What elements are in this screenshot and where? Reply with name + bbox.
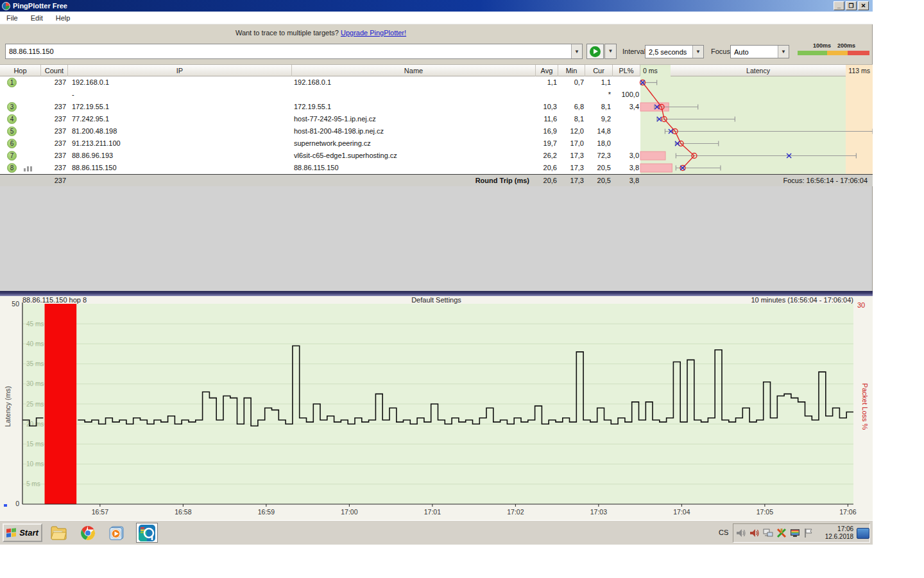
file-explorer-icon[interactable] — [50, 525, 67, 541]
menu-help[interactable]: Help — [49, 13, 77, 23]
svg-text:10 ms: 10 ms — [26, 460, 44, 468]
svg-text:15 ms: 15 ms — [26, 441, 44, 448]
windows-logo-icon — [6, 528, 17, 538]
svg-text:Packet Loss %: Packet Loss % — [861, 383, 869, 430]
display-settings-icon[interactable] — [789, 527, 801, 539]
svg-text:50: 50 — [12, 300, 19, 308]
upgrade-prompt: Want to trace to multiple targets? Upgra… — [0, 29, 642, 37]
trace-options-dropdown[interactable]: ▼ — [604, 44, 617, 59]
column-header-avg[interactable]: Avg — [536, 65, 558, 76]
menu-bar: FileEditHelp — [0, 12, 873, 24]
volume-mixer-icon[interactable] — [749, 527, 760, 539]
svg-text:16:59: 16:59 — [258, 508, 275, 516]
svg-text:17:06: 17:06 — [839, 508, 856, 516]
summary-pl: 3,8 — [615, 175, 639, 187]
show-desktop-icon[interactable] — [857, 528, 869, 539]
summary-label: Round Trip (ms) — [385, 175, 529, 187]
svg-text:16:57: 16:57 — [92, 508, 108, 516]
latency-color-legend: 100ms200ms — [798, 42, 869, 60]
svg-text:17:05: 17:05 — [757, 508, 773, 516]
column-header-name[interactable]: Name — [292, 65, 536, 76]
svg-text:30 ms: 30 ms — [26, 380, 44, 387]
legend-segment — [798, 51, 827, 55]
round-trip-summary-row: 237 Round Trip (ms) 20,6 17,3 20,5 3,8 F… — [0, 174, 873, 186]
play-icon — [590, 46, 601, 57]
column-header-hop[interactable]: Hop — [0, 65, 41, 76]
svg-text:45 ms: 45 ms — [26, 320, 44, 328]
summary-min: 17,3 — [560, 175, 584, 187]
window-title: PingPlotter Free — [13, 2, 67, 10]
column-header-latency: Latency — [671, 65, 846, 76]
toolbar: Want to trace to multiple targets? Upgra… — [0, 24, 873, 64]
focus-range: Focus: 16:56:14 - 17:06:04 — [732, 175, 868, 187]
menu-file[interactable]: File — [0, 13, 24, 23]
flag-icon[interactable] — [803, 527, 814, 539]
close-button[interactable]: ✕ — [858, 1, 869, 10]
chrome-icon[interactable] — [80, 525, 96, 541]
target-address-combo[interactable]: 88.86.115.150 ▼ — [5, 44, 583, 59]
focus-combo[interactable]: Auto ▼ — [730, 45, 789, 58]
minimize-button[interactable]: _ — [834, 1, 844, 10]
svg-text:17:00: 17:00 — [341, 508, 357, 516]
media-player-icon[interactable] — [108, 525, 124, 541]
svg-text:17:02: 17:02 — [507, 508, 524, 516]
restore-button[interactable]: ❐ — [846, 1, 857, 10]
latency-scale-max: 113 ms — [846, 65, 873, 76]
taskbar: Start — [0, 520, 873, 545]
latency-range-graph — [0, 76, 873, 174]
keyboard-layout-indicator[interactable]: CS — [719, 529, 728, 536]
chevron-down-icon[interactable]: ▼ — [571, 44, 582, 58]
trace-table-header[interactable]: HopCountIPNameAvgMinCurPL%0 msLatency113… — [0, 64, 873, 76]
svg-text:0: 0 — [15, 500, 19, 507]
column-header-cur[interactable]: Cur — [585, 65, 613, 76]
svg-text:17:01: 17:01 — [424, 508, 441, 516]
trace-table-body: 1237192.168.0.1192.168.0.11,10,71,1-*100… — [0, 76, 873, 174]
volume-icon[interactable] — [735, 527, 747, 539]
summary-avg: 20,6 — [531, 175, 557, 187]
tray-time: 17:06 — [817, 525, 853, 533]
pingplotter-icon — [138, 524, 156, 542]
column-header-ip[interactable]: IP — [68, 65, 292, 76]
svg-text:17:04: 17:04 — [673, 508, 690, 516]
svg-text:40 ms: 40 ms — [26, 340, 44, 347]
legend-segment — [827, 51, 848, 55]
svg-text:25 ms: 25 ms — [26, 401, 44, 408]
network-icon[interactable] — [762, 527, 774, 539]
window-titlebar[interactable]: PingPlotter Free _ ❐ ✕ — [0, 0, 873, 12]
latency-timeline-chart[interactable]: 45 ms40 ms35 ms30 ms25 ms20 ms15 ms10 ms… — [0, 297, 873, 519]
chevron-down-icon[interactable]: ▼ — [778, 46, 789, 58]
menu-edit[interactable]: Edit — [24, 13, 49, 23]
target-address-value: 88.86.115.150 — [6, 48, 571, 55]
start-button[interactable]: Start — [3, 523, 42, 542]
svg-text:Latency (ms): Latency (ms) — [4, 386, 12, 427]
pingplotter-taskbar-button[interactable] — [136, 523, 158, 543]
upgrade-link[interactable]: Upgrade PingPlotter! — [341, 29, 406, 37]
summary-count: 237 — [38, 175, 66, 187]
svg-text:30: 30 — [857, 301, 865, 309]
start-trace-button[interactable] — [586, 44, 604, 59]
svg-text:16:58: 16:58 — [175, 508, 191, 516]
chevron-down-icon[interactable]: ▼ — [692, 46, 703, 58]
tray-date: 12.6.2018 — [817, 533, 853, 541]
interval-label: Interval — [622, 48, 646, 55]
networx-icon[interactable] — [776, 527, 787, 539]
svg-text:35 ms: 35 ms — [26, 360, 44, 367]
column-header-min[interactable]: Min — [558, 65, 585, 76]
svg-text:5 ms: 5 ms — [26, 480, 40, 487]
legend-segment — [848, 51, 869, 55]
focus-label: Focus — [711, 48, 730, 55]
desktop: PingPlotter Free _ ❐ ✕ FileEditHelp Want… — [0, 0, 873, 545]
column-header-count[interactable]: Count — [41, 65, 68, 76]
pingplotter-app-icon — [2, 2, 10, 10]
pane-splitter[interactable] — [0, 291, 873, 296]
clock[interactable]: 17:06 12.6.2018 — [817, 525, 853, 541]
summary-cur: 20,5 — [586, 175, 611, 187]
interval-combo[interactable]: 2,5 seconds ▼ — [645, 45, 704, 58]
empty-client-area — [0, 186, 873, 291]
timeline-panel: Default Settings 88.86.115.150 hop 8 10 … — [0, 296, 873, 520]
column-header-pl[interactable]: PL% — [613, 65, 640, 76]
latency-scale-min: 0 ms — [640, 65, 671, 76]
svg-text:17:03: 17:03 — [590, 508, 607, 516]
system-tray: 17:06 12.6.2018 — [733, 523, 870, 543]
